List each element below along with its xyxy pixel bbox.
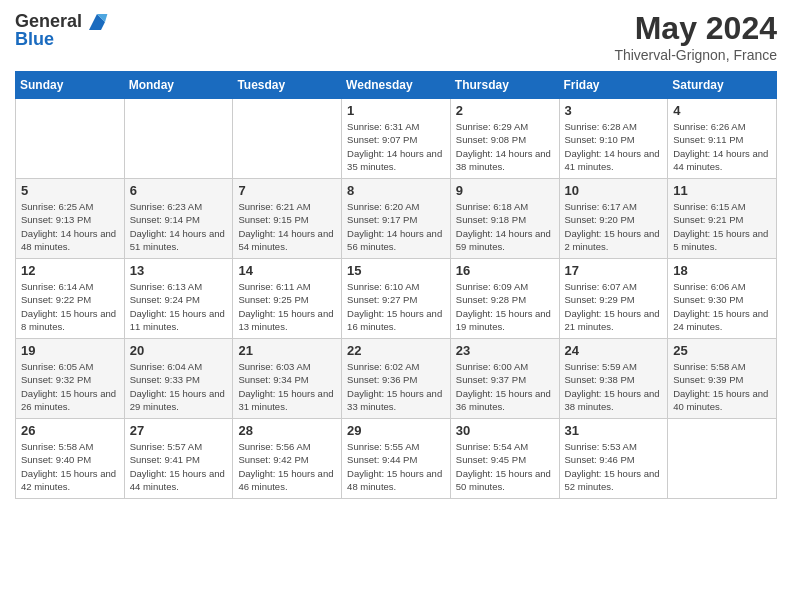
day-info: Sunrise: 5:54 AM Sunset: 9:45 PM Dayligh… bbox=[456, 440, 554, 493]
day-cell: 19Sunrise: 6:05 AM Sunset: 9:32 PM Dayli… bbox=[16, 339, 125, 419]
day-number: 4 bbox=[673, 103, 771, 118]
day-number: 19 bbox=[21, 343, 119, 358]
day-number: 25 bbox=[673, 343, 771, 358]
day-number: 20 bbox=[130, 343, 228, 358]
day-cell: 5Sunrise: 6:25 AM Sunset: 9:13 PM Daylig… bbox=[16, 179, 125, 259]
day-number: 12 bbox=[21, 263, 119, 278]
day-number: 15 bbox=[347, 263, 445, 278]
day-cell: 22Sunrise: 6:02 AM Sunset: 9:36 PM Dayli… bbox=[342, 339, 451, 419]
day-number: 29 bbox=[347, 423, 445, 438]
day-info: Sunrise: 6:23 AM Sunset: 9:14 PM Dayligh… bbox=[130, 200, 228, 253]
day-cell: 10Sunrise: 6:17 AM Sunset: 9:20 PM Dayli… bbox=[559, 179, 668, 259]
day-number: 31 bbox=[565, 423, 663, 438]
header-cell-thursday: Thursday bbox=[450, 72, 559, 99]
day-number: 11 bbox=[673, 183, 771, 198]
day-info: Sunrise: 5:59 AM Sunset: 9:38 PM Dayligh… bbox=[565, 360, 663, 413]
day-info: Sunrise: 6:20 AM Sunset: 9:17 PM Dayligh… bbox=[347, 200, 445, 253]
day-number: 30 bbox=[456, 423, 554, 438]
day-info: Sunrise: 6:05 AM Sunset: 9:32 PM Dayligh… bbox=[21, 360, 119, 413]
day-info: Sunrise: 6:09 AM Sunset: 9:28 PM Dayligh… bbox=[456, 280, 554, 333]
day-info: Sunrise: 6:15 AM Sunset: 9:21 PM Dayligh… bbox=[673, 200, 771, 253]
day-number: 22 bbox=[347, 343, 445, 358]
day-info: Sunrise: 5:58 AM Sunset: 9:39 PM Dayligh… bbox=[673, 360, 771, 413]
day-cell: 2Sunrise: 6:29 AM Sunset: 9:08 PM Daylig… bbox=[450, 99, 559, 179]
day-cell: 11Sunrise: 6:15 AM Sunset: 9:21 PM Dayli… bbox=[668, 179, 777, 259]
week-row-5: 26Sunrise: 5:58 AM Sunset: 9:40 PM Dayli… bbox=[16, 419, 777, 499]
day-cell: 21Sunrise: 6:03 AM Sunset: 9:34 PM Dayli… bbox=[233, 339, 342, 419]
day-cell: 20Sunrise: 6:04 AM Sunset: 9:33 PM Dayli… bbox=[124, 339, 233, 419]
day-number: 8 bbox=[347, 183, 445, 198]
day-cell: 23Sunrise: 6:00 AM Sunset: 9:37 PM Dayli… bbox=[450, 339, 559, 419]
day-info: Sunrise: 6:29 AM Sunset: 9:08 PM Dayligh… bbox=[456, 120, 554, 173]
day-cell: 15Sunrise: 6:10 AM Sunset: 9:27 PM Dayli… bbox=[342, 259, 451, 339]
logo: General Blue bbox=[15, 10, 109, 50]
day-info: Sunrise: 6:04 AM Sunset: 9:33 PM Dayligh… bbox=[130, 360, 228, 413]
day-cell: 7Sunrise: 6:21 AM Sunset: 9:15 PM Daylig… bbox=[233, 179, 342, 259]
day-cell: 29Sunrise: 5:55 AM Sunset: 9:44 PM Dayli… bbox=[342, 419, 451, 499]
day-number: 17 bbox=[565, 263, 663, 278]
day-info: Sunrise: 6:03 AM Sunset: 9:34 PM Dayligh… bbox=[238, 360, 336, 413]
day-number: 14 bbox=[238, 263, 336, 278]
day-number: 5 bbox=[21, 183, 119, 198]
location-title: Thiverval-Grignon, France bbox=[614, 47, 777, 63]
day-number: 28 bbox=[238, 423, 336, 438]
day-cell: 30Sunrise: 5:54 AM Sunset: 9:45 PM Dayli… bbox=[450, 419, 559, 499]
day-cell: 16Sunrise: 6:09 AM Sunset: 9:28 PM Dayli… bbox=[450, 259, 559, 339]
month-title: May 2024 bbox=[614, 10, 777, 47]
day-number: 9 bbox=[456, 183, 554, 198]
week-row-2: 5Sunrise: 6:25 AM Sunset: 9:13 PM Daylig… bbox=[16, 179, 777, 259]
day-info: Sunrise: 6:18 AM Sunset: 9:18 PM Dayligh… bbox=[456, 200, 554, 253]
day-info: Sunrise: 5:58 AM Sunset: 9:40 PM Dayligh… bbox=[21, 440, 119, 493]
day-cell: 18Sunrise: 6:06 AM Sunset: 9:30 PM Dayli… bbox=[668, 259, 777, 339]
day-cell: 1Sunrise: 6:31 AM Sunset: 9:07 PM Daylig… bbox=[342, 99, 451, 179]
day-number: 26 bbox=[21, 423, 119, 438]
day-info: Sunrise: 5:57 AM Sunset: 9:41 PM Dayligh… bbox=[130, 440, 228, 493]
day-cell: 25Sunrise: 5:58 AM Sunset: 9:39 PM Dayli… bbox=[668, 339, 777, 419]
day-number: 27 bbox=[130, 423, 228, 438]
day-info: Sunrise: 6:02 AM Sunset: 9:36 PM Dayligh… bbox=[347, 360, 445, 413]
week-row-1: 1Sunrise: 6:31 AM Sunset: 9:07 PM Daylig… bbox=[16, 99, 777, 179]
calendar-header: SundayMondayTuesdayWednesdayThursdayFrid… bbox=[16, 72, 777, 99]
day-cell: 8Sunrise: 6:20 AM Sunset: 9:17 PM Daylig… bbox=[342, 179, 451, 259]
day-info: Sunrise: 6:21 AM Sunset: 9:15 PM Dayligh… bbox=[238, 200, 336, 253]
day-number: 1 bbox=[347, 103, 445, 118]
day-number: 18 bbox=[673, 263, 771, 278]
logo-icon bbox=[85, 10, 109, 34]
day-number: 24 bbox=[565, 343, 663, 358]
day-cell bbox=[124, 99, 233, 179]
week-row-4: 19Sunrise: 6:05 AM Sunset: 9:32 PM Dayli… bbox=[16, 339, 777, 419]
page-header: General Blue May 2024 Thiverval-Grignon,… bbox=[15, 10, 777, 63]
calendar-body: 1Sunrise: 6:31 AM Sunset: 9:07 PM Daylig… bbox=[16, 99, 777, 499]
header-cell-friday: Friday bbox=[559, 72, 668, 99]
day-cell: 17Sunrise: 6:07 AM Sunset: 9:29 PM Dayli… bbox=[559, 259, 668, 339]
day-number: 16 bbox=[456, 263, 554, 278]
day-cell bbox=[233, 99, 342, 179]
day-info: Sunrise: 6:06 AM Sunset: 9:30 PM Dayligh… bbox=[673, 280, 771, 333]
day-info: Sunrise: 6:00 AM Sunset: 9:37 PM Dayligh… bbox=[456, 360, 554, 413]
header-cell-saturday: Saturday bbox=[668, 72, 777, 99]
calendar-table: SundayMondayTuesdayWednesdayThursdayFrid… bbox=[15, 71, 777, 499]
day-info: Sunrise: 6:25 AM Sunset: 9:13 PM Dayligh… bbox=[21, 200, 119, 253]
day-info: Sunrise: 6:11 AM Sunset: 9:25 PM Dayligh… bbox=[238, 280, 336, 333]
day-cell: 27Sunrise: 5:57 AM Sunset: 9:41 PM Dayli… bbox=[124, 419, 233, 499]
day-info: Sunrise: 6:13 AM Sunset: 9:24 PM Dayligh… bbox=[130, 280, 228, 333]
day-cell: 3Sunrise: 6:28 AM Sunset: 9:10 PM Daylig… bbox=[559, 99, 668, 179]
day-number: 13 bbox=[130, 263, 228, 278]
title-block: May 2024 Thiverval-Grignon, France bbox=[614, 10, 777, 63]
header-cell-monday: Monday bbox=[124, 72, 233, 99]
day-cell: 26Sunrise: 5:58 AM Sunset: 9:40 PM Dayli… bbox=[16, 419, 125, 499]
day-number: 23 bbox=[456, 343, 554, 358]
day-cell: 28Sunrise: 5:56 AM Sunset: 9:42 PM Dayli… bbox=[233, 419, 342, 499]
day-number: 21 bbox=[238, 343, 336, 358]
day-cell: 31Sunrise: 5:53 AM Sunset: 9:46 PM Dayli… bbox=[559, 419, 668, 499]
day-number: 10 bbox=[565, 183, 663, 198]
day-cell: 12Sunrise: 6:14 AM Sunset: 9:22 PM Dayli… bbox=[16, 259, 125, 339]
day-number: 6 bbox=[130, 183, 228, 198]
header-cell-tuesday: Tuesday bbox=[233, 72, 342, 99]
day-cell bbox=[16, 99, 125, 179]
header-cell-wednesday: Wednesday bbox=[342, 72, 451, 99]
day-info: Sunrise: 6:26 AM Sunset: 9:11 PM Dayligh… bbox=[673, 120, 771, 173]
day-cell: 14Sunrise: 6:11 AM Sunset: 9:25 PM Dayli… bbox=[233, 259, 342, 339]
day-cell: 13Sunrise: 6:13 AM Sunset: 9:24 PM Dayli… bbox=[124, 259, 233, 339]
day-cell: 4Sunrise: 6:26 AM Sunset: 9:11 PM Daylig… bbox=[668, 99, 777, 179]
